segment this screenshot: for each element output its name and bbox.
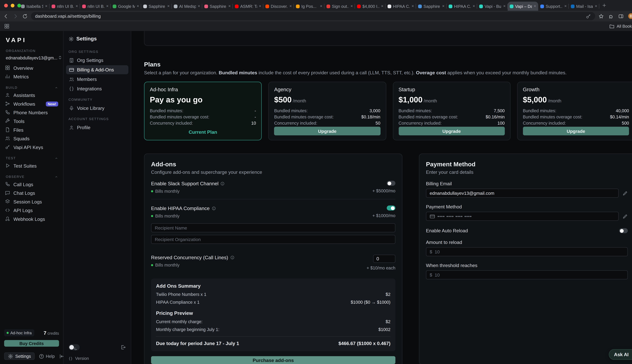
browser-tab[interactable]: $4,800 I... × bbox=[355, 2, 386, 11]
password-key-icon[interactable] bbox=[586, 14, 591, 19]
browser-tab[interactable]: HIPAA C... × bbox=[446, 2, 477, 11]
tab-close-icon[interactable]: × bbox=[259, 4, 261, 8]
browser-tab[interactable]: Support... × bbox=[538, 2, 569, 11]
sidebar-item-vapi-api-keys[interactable]: Vapi API Keys bbox=[0, 143, 63, 152]
addon-toggle[interactable] bbox=[387, 181, 396, 186]
upgrade-button[interactable]: Upgrade bbox=[274, 127, 380, 135]
tab-close-icon[interactable]: × bbox=[564, 4, 567, 8]
close-window-icon[interactable] bbox=[4, 4, 8, 7]
purchase-addons-button[interactable]: Purchase add-ons bbox=[151, 356, 396, 364]
sidebar-item-workflows[interactable]: Workflows New! bbox=[0, 100, 63, 108]
browser-tab[interactable]: Sapphire... × bbox=[141, 2, 172, 11]
upgrade-button[interactable]: Upgrade bbox=[398, 127, 505, 135]
browser-tab[interactable]: Sapphire... × bbox=[202, 2, 233, 11]
collapse-sidebar-icon[interactable] bbox=[59, 354, 64, 359]
browser-tab[interactable]: ASMR: Ta... × bbox=[233, 2, 264, 11]
settings-button[interactable]: Settings bbox=[4, 352, 35, 360]
sidebar-item-webhook-logs[interactable]: Webhook Logs bbox=[0, 214, 63, 223]
auto-reload-toggle[interactable] bbox=[619, 228, 628, 233]
settings-item-members[interactable]: Members bbox=[66, 75, 128, 84]
tab-close-icon[interactable]: × bbox=[442, 4, 444, 8]
url-text[interactable]: dashboard.vapi.ai/settings/billing bbox=[35, 14, 583, 18]
help-button[interactable]: Help bbox=[39, 354, 55, 359]
forward-button[interactable] bbox=[13, 14, 18, 19]
browser-tab[interactable]: Google M... × bbox=[110, 2, 141, 11]
sidebar-item-assistants[interactable]: Assistants bbox=[0, 91, 63, 100]
browser-tab[interactable]: Sapphire... × bbox=[416, 2, 446, 11]
tab-close-icon[interactable]: × bbox=[412, 4, 414, 8]
window-controls[interactable] bbox=[4, 4, 21, 7]
settings-item-org-settings[interactable]: Org Settings bbox=[66, 56, 128, 65]
settings-item-profile[interactable]: Profile bbox=[66, 123, 128, 132]
sidebar-item-test-suites[interactable]: Test Suites bbox=[0, 162, 63, 170]
sign-out-icon[interactable] bbox=[120, 345, 126, 350]
billing-email-input[interactable]: ednanabdullayev13@gmail.com bbox=[426, 188, 619, 198]
settings-item-billing-add-ons[interactable]: Billing & Add-Ons bbox=[66, 65, 128, 74]
amount-to-reload-input[interactable]: $10 bbox=[426, 247, 628, 256]
org-selector[interactable]: ednanabdullayev13@gm... bbox=[0, 54, 63, 64]
tab-close-icon[interactable]: × bbox=[228, 4, 231, 8]
recipient-name-input[interactable] bbox=[151, 223, 396, 232]
sidebar-section-observe[interactable]: OBSERVE bbox=[0, 170, 63, 180]
addon-toggle[interactable] bbox=[387, 206, 396, 210]
tab-close-icon[interactable]: × bbox=[45, 4, 48, 8]
back-button[interactable] bbox=[3, 14, 8, 19]
browser-tab[interactable]: Vapi - Bu... × bbox=[477, 2, 508, 11]
info-icon[interactable] bbox=[212, 206, 216, 210]
browser-tab[interactable]: AI Medsp... × bbox=[172, 2, 202, 11]
bookmark-star-icon[interactable] bbox=[598, 14, 604, 19]
tab-close-icon[interactable]: × bbox=[289, 4, 292, 8]
browser-tab[interactable]: n8n UI B... × bbox=[50, 2, 80, 11]
address-bar[interactable]: dashboard.vapi.ai/settings/billing bbox=[31, 12, 595, 20]
all-bookmarks-button[interactable]: All Bookmarks bbox=[609, 24, 632, 29]
tab-close-icon[interactable]: × bbox=[350, 4, 353, 8]
browser-tab[interactable]: Discover... × bbox=[263, 2, 294, 11]
sidebar-item-tools[interactable]: Tools bbox=[0, 117, 63, 126]
tab-close-icon[interactable]: × bbox=[381, 4, 383, 8]
card-number-input[interactable]: •••• •••• •••• •••• bbox=[426, 212, 619, 221]
info-icon[interactable] bbox=[220, 182, 225, 186]
reserved-concurrency-input[interactable] bbox=[373, 255, 396, 263]
recipient-organization-input[interactable] bbox=[151, 235, 396, 244]
minimize-window-icon[interactable] bbox=[11, 4, 14, 7]
apps-grid-icon[interactable] bbox=[4, 24, 10, 29]
sidebar-item-api-logs[interactable]: API Logs bbox=[0, 206, 63, 214]
settings-item-voice-library[interactable]: Voice Library bbox=[66, 104, 128, 113]
browser-tab[interactable]: Isabella S... × bbox=[19, 2, 50, 11]
sidebar-item-overview[interactable]: Overview bbox=[0, 64, 63, 72]
tab-close-icon[interactable]: × bbox=[198, 4, 200, 8]
sidebar-item-chat-logs[interactable]: Chat Logs bbox=[0, 188, 63, 197]
tab-close-icon[interactable]: × bbox=[472, 4, 475, 8]
extensions-puzzle-icon[interactable] bbox=[608, 14, 614, 19]
browser-tab[interactable]: Sign out... × bbox=[324, 2, 355, 11]
tab-close-icon[interactable]: × bbox=[76, 4, 78, 8]
info-icon[interactable] bbox=[230, 256, 234, 260]
sidebar-section-build[interactable]: BUILD bbox=[0, 81, 63, 91]
tab-close-icon[interactable]: × bbox=[167, 4, 170, 8]
buy-credits-button[interactable]: Buy Credits bbox=[4, 340, 59, 347]
new-tab-button[interactable] bbox=[602, 3, 607, 8]
tab-close-icon[interactable]: × bbox=[320, 4, 322, 8]
side-panel-icon[interactable] bbox=[618, 14, 624, 19]
tab-close-icon[interactable]: × bbox=[595, 4, 597, 8]
browser-tab[interactable]: Vapi – Da... × bbox=[508, 2, 538, 11]
tab-close-icon[interactable]: × bbox=[137, 4, 139, 8]
tab-close-icon[interactable]: × bbox=[503, 4, 506, 8]
profile-avatar[interactable]: D bbox=[628, 13, 632, 19]
edit-email-icon[interactable] bbox=[622, 190, 628, 196]
browser-tab[interactable]: HIPAA C... × bbox=[386, 2, 416, 11]
ask-ai-button[interactable]: Ask AI bbox=[608, 349, 632, 360]
sidebar-item-metrics[interactable]: Metrics bbox=[0, 72, 63, 81]
reload-button[interactable] bbox=[22, 14, 28, 19]
upgrade-button[interactable]: Upgrade bbox=[523, 127, 629, 135]
settings-item-integrations[interactable]: Integrations bbox=[66, 84, 128, 93]
browser-tab[interactable]: Ig Pos... × bbox=[294, 2, 324, 11]
edit-card-icon[interactable] bbox=[622, 214, 628, 219]
sidebar-item-files[interactable]: Files bbox=[0, 126, 63, 134]
sidebar-item-squads[interactable]: Squads bbox=[0, 134, 63, 143]
tab-close-icon[interactable]: × bbox=[106, 4, 108, 8]
sidebar-section-test[interactable]: TEST bbox=[0, 152, 63, 161]
sidebar-item-session-logs[interactable]: Session Logs bbox=[0, 197, 63, 206]
browser-tab[interactable]: n8n UI B... × bbox=[80, 2, 110, 11]
threshold-input[interactable]: $10 bbox=[426, 270, 628, 280]
